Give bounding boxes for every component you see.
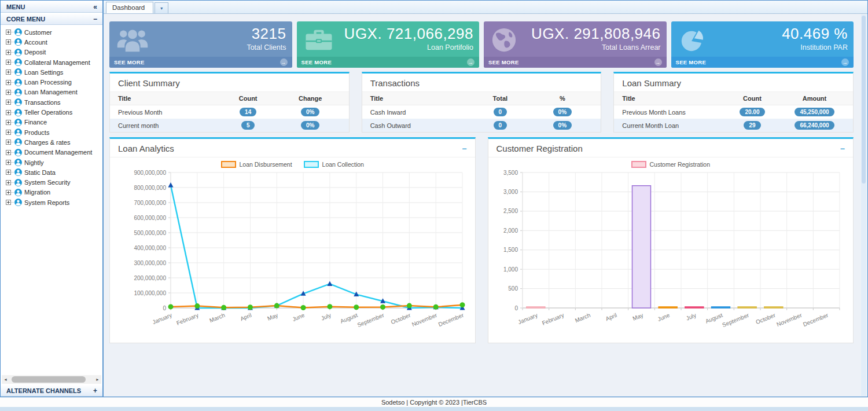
sidebar-item-nightly[interactable]: Nightly	[1, 157, 102, 167]
sidebar-item-finance[interactable]: Finance	[1, 118, 102, 127]
main-area: Dashboard ▾ 3215Total ClientsSEE MORE→UG…	[104, 1, 867, 397]
expand-node-icon[interactable]	[6, 160, 11, 165]
expand-node-icon[interactable]	[6, 100, 11, 105]
see-more-button[interactable]: SEE MORE→	[671, 57, 854, 68]
sidebar-item-transactions[interactable]: Transactions	[1, 97, 102, 107]
expand-node-icon[interactable]	[6, 170, 11, 175]
sidebar-item-static-data[interactable]: Static Data	[1, 167, 102, 177]
row-title: Cash Inward	[370, 109, 469, 116]
expand-section-icon[interactable]: +	[93, 387, 97, 395]
see-more-button[interactable]: SEE MORE→	[109, 57, 292, 68]
core-menu-header[interactable]: CORE MENU −	[1, 13, 102, 25]
sidebar-item-deposit[interactable]: Deposit	[1, 47, 102, 57]
table-header: TitleCountChange	[110, 92, 349, 105]
legend-item[interactable]: Customer Registration	[631, 161, 710, 168]
sidebar-item-collateral-management[interactable]: Collateral Management	[1, 57, 102, 67]
tree-connector	[11, 52, 14, 53]
expand-node-icon[interactable]	[6, 110, 11, 115]
expand-node-icon[interactable]	[6, 69, 11, 75]
svg-text:November: November	[411, 311, 439, 328]
svg-text:March: March	[209, 312, 226, 324]
scroll-left-icon[interactable]: ◄	[2, 377, 9, 381]
expand-node-icon[interactable]	[6, 39, 11, 45]
column-header: Total	[468, 95, 532, 102]
user-circle-icon	[14, 98, 22, 106]
svg-text:600,000,000: 600,000,000	[134, 215, 167, 221]
sidebar-item-account[interactable]: Account	[1, 37, 102, 47]
arrow-right-icon[interactable]: →	[280, 58, 288, 66]
column-header: Title	[118, 95, 216, 102]
expand-node-icon[interactable]	[6, 80, 11, 85]
sidebar-item-customer[interactable]: Customer	[1, 27, 102, 37]
sidebar-item-label: Charges & rates	[24, 139, 70, 146]
scroll-right-icon[interactable]: ►	[94, 377, 101, 381]
menu-header-label: MENU	[6, 3, 25, 10]
user-circle-icon	[14, 179, 22, 186]
loan-summary-panel: Loan SummaryTitleCountAmountPrevious Mon…	[613, 72, 854, 133]
value-badge: 0%	[553, 108, 572, 116]
legend-item[interactable]: Loan Collection	[304, 161, 364, 168]
see-more-button[interactable]: SEE MORE→	[484, 57, 667, 68]
svg-text:May: May	[267, 312, 279, 322]
arrow-right-icon[interactable]: →	[654, 58, 662, 66]
expand-node-icon[interactable]	[6, 60, 11, 65]
sidebar-item-products[interactable]: Products	[1, 127, 102, 137]
tree-connector	[11, 132, 14, 133]
user-circle-icon	[14, 159, 22, 166]
collapse-sidebar-icon[interactable]: «	[93, 3, 97, 11]
sidebar-horizontal-scrollbar[interactable]: ◄ ►	[2, 375, 101, 384]
expand-node-icon[interactable]	[6, 50, 11, 55]
svg-text:January: January	[517, 312, 538, 326]
sidebar-item-system-security[interactable]: System Security	[1, 177, 102, 187]
vertical-scrollbar[interactable]	[861, 14, 866, 396]
tree-connector	[11, 92, 14, 93]
tab-dropdown-button[interactable]: ▾	[155, 2, 168, 13]
sidebar-item-loan-settings[interactable]: Loan Settings	[1, 67, 102, 77]
expand-node-icon[interactable]	[6, 200, 11, 205]
expand-node-icon[interactable]	[6, 150, 11, 155]
user-circle-icon	[14, 199, 22, 206]
sidebar-item-system-reports[interactable]: System Reports	[1, 197, 102, 207]
menu-header: MENU «	[1, 1, 102, 13]
vertical-scrollbar-thumb[interactable]	[862, 16, 866, 184]
loan-analytics-panel: Loan Analytics − Loan DisbursementLoan C…	[109, 137, 476, 343]
expand-node-icon[interactable]	[6, 130, 11, 135]
sidebar-item-charges-rates[interactable]: Charges & rates	[1, 137, 102, 147]
sidebar-item-migration[interactable]: Migration	[1, 188, 102, 197]
alternate-channels-header[interactable]: ALTERNATE CHANNELS +	[1, 384, 102, 397]
arrow-right-icon[interactable]: →	[467, 58, 475, 66]
sidebar-item-label: Loan Processing	[24, 79, 72, 86]
collapse-section-icon[interactable]: −	[93, 15, 97, 23]
tab-dashboard[interactable]: Dashboard	[106, 2, 153, 13]
stat-cards-row: 3215Total ClientsSEE MORE→UGX. 721,066,2…	[109, 21, 854, 68]
sidebar-item-teller-operations[interactable]: Teller Operations	[1, 107, 102, 117]
table-header: TitleCountAmount	[614, 92, 853, 105]
expand-node-icon[interactable]	[6, 140, 11, 145]
expand-node-icon[interactable]	[6, 190, 11, 195]
arrow-right-icon[interactable]: →	[841, 58, 849, 66]
expand-node-icon[interactable]	[6, 90, 11, 95]
collapse-panel-icon[interactable]: −	[840, 146, 845, 152]
row-title: Cash Outward	[370, 122, 469, 129]
collapse-panel-icon[interactable]: −	[462, 146, 466, 152]
svg-text:September: September	[721, 311, 750, 328]
legend-item[interactable]: Loan Disbursement	[221, 161, 292, 168]
chart-legend: Loan DisbursementLoan Collection	[110, 161, 475, 168]
svg-text:January: January	[152, 312, 173, 326]
tree-connector	[11, 192, 14, 193]
expand-node-icon[interactable]	[6, 120, 11, 125]
menu-list: CustomerAccountDepositCollateral Managem…	[1, 25, 102, 375]
sidebar-item-loan-management[interactable]: Loan Management	[1, 87, 102, 97]
svg-text:December: December	[802, 311, 830, 328]
expand-node-icon[interactable]	[6, 180, 11, 185]
see-more-button[interactable]: SEE MORE→	[297, 57, 480, 68]
column-header: Count	[216, 95, 280, 102]
user-circle-icon	[14, 138, 22, 146]
user-circle-icon	[14, 58, 22, 66]
expand-node-icon[interactable]	[6, 30, 11, 35]
column-header: Amount	[784, 95, 845, 102]
sidebar-item-document-management[interactable]: Document Management	[1, 148, 102, 157]
sidebar-item-loan-processing[interactable]: Loan Processing	[1, 77, 102, 87]
svg-text:March: March	[574, 312, 591, 324]
scrollbar-thumb[interactable]	[12, 376, 86, 383]
